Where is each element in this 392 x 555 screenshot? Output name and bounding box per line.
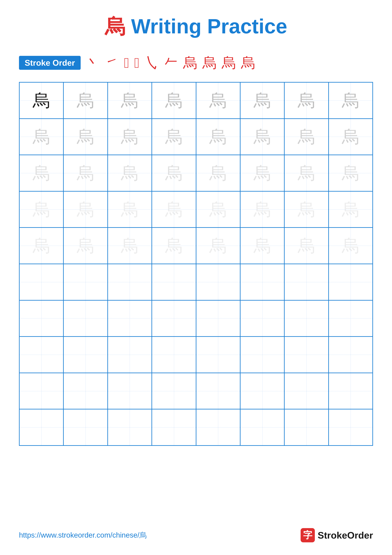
grid-cell[interactable]: 烏 — [108, 227, 152, 264]
grid-cell[interactable] — [240, 409, 284, 445]
grid-cell[interactable]: 烏 — [284, 227, 328, 264]
grid-cell[interactable]: 烏 — [284, 82, 328, 119]
grid-cell[interactable] — [196, 264, 240, 300]
practice-char: 烏 — [209, 92, 227, 109]
grid-cell[interactable] — [108, 409, 152, 445]
grid-cell[interactable]: 烏 — [196, 227, 240, 264]
grid-cell[interactable] — [108, 300, 152, 337]
grid-cell[interactable] — [64, 336, 107, 373]
grid-cell[interactable] — [328, 373, 373, 409]
grid-cell[interactable]: 烏 — [328, 227, 373, 264]
grid-cell[interactable]: 烏 — [19, 227, 64, 264]
grid-cell[interactable]: 烏 — [108, 82, 152, 119]
grid-cell[interactable] — [196, 336, 240, 373]
grid-cell[interactable]: 烏 — [328, 119, 373, 155]
practice-char: 烏 — [342, 92, 359, 109]
practice-char: 烏 — [209, 128, 227, 145]
practice-char: 烏 — [121, 201, 138, 218]
brand-icon-char: 字 — [303, 529, 312, 541]
practice-char: 烏 — [298, 237, 315, 254]
grid-cell[interactable] — [19, 300, 64, 337]
grid-cell[interactable]: 烏 — [284, 119, 328, 155]
grid-cell[interactable] — [108, 264, 152, 300]
grid-cell[interactable] — [64, 300, 107, 337]
grid-cell[interactable]: 烏 — [196, 82, 240, 119]
grid-cell[interactable] — [19, 373, 64, 409]
grid-cell[interactable] — [284, 300, 328, 337]
title-char: 烏 — [105, 15, 125, 38]
grid-cell[interactable] — [196, 373, 240, 409]
grid-cell[interactable]: 烏 — [19, 82, 64, 119]
grid-cell[interactable] — [64, 409, 107, 445]
grid-cell[interactable] — [196, 409, 240, 445]
grid-cell[interactable]: 烏 — [19, 119, 64, 155]
grid-cell[interactable] — [284, 409, 328, 445]
grid-cell[interactable]: 烏 — [240, 119, 284, 155]
grid-cell[interactable] — [19, 264, 64, 300]
grid-cell[interactable] — [64, 373, 107, 409]
grid-cell[interactable] — [328, 264, 373, 300]
grid-cell[interactable] — [19, 409, 64, 445]
grid-cell[interactable]: 烏 — [284, 191, 328, 228]
grid-cell[interactable]: 烏 — [64, 119, 107, 155]
grid-cell[interactable]: 烏 — [108, 155, 152, 191]
grid-cell[interactable]: 烏 — [19, 191, 64, 228]
grid-cell[interactable] — [328, 409, 373, 445]
grid-cell[interactable] — [152, 409, 196, 445]
grid-cell[interactable]: 烏 — [152, 191, 196, 228]
grid-cell[interactable]: 烏 — [152, 119, 196, 155]
practice-char: 烏 — [254, 237, 271, 254]
grid-cell[interactable] — [152, 373, 196, 409]
practice-char: 烏 — [165, 164, 183, 182]
grid-cell[interactable]: 烏 — [196, 155, 240, 191]
grid-cell[interactable] — [328, 300, 373, 337]
grid-cell[interactable] — [108, 373, 152, 409]
grid-cell[interactable]: 烏 — [152, 155, 196, 191]
practice-char: 烏 — [33, 164, 50, 182]
grid-cell[interactable] — [196, 300, 240, 337]
grid-cell[interactable]: 烏 — [328, 191, 373, 228]
grid-cell[interactable]: 烏 — [64, 155, 107, 191]
page-title: 烏 Writing Practice — [105, 15, 287, 38]
grid-cell[interactable] — [152, 300, 196, 337]
grid-cell[interactable] — [240, 336, 284, 373]
grid-cell[interactable] — [328, 336, 373, 373]
grid-cell[interactable]: 烏 — [284, 155, 328, 191]
grid-cell[interactable]: 烏 — [240, 227, 284, 264]
grid-cell[interactable]: 烏 — [19, 155, 64, 191]
practice-char: 烏 — [33, 201, 50, 218]
grid-cell[interactable] — [284, 373, 328, 409]
stroke-sequence: 丶 ㇀ 𠃌 𠃍 ㇂ 𠂉 烏 烏 烏 烏 — [86, 53, 258, 73]
grid-cell[interactable]: 烏 — [152, 82, 196, 119]
grid-cell[interactable]: 烏 — [328, 82, 373, 119]
stroke-6: 𠂉 — [164, 55, 181, 71]
title-area: 烏 Writing Practice — [19, 13, 373, 41]
practice-char: 烏 — [165, 201, 183, 218]
practice-char: 烏 — [254, 92, 271, 109]
grid-cell[interactable] — [64, 264, 107, 300]
grid-cell[interactable] — [152, 336, 196, 373]
grid-cell[interactable]: 烏 — [240, 191, 284, 228]
grid-cell[interactable]: 烏 — [328, 155, 373, 191]
grid-cell[interactable] — [240, 300, 284, 337]
grid-cell[interactable] — [284, 264, 328, 300]
grid-cell[interactable] — [152, 264, 196, 300]
grid-cell[interactable] — [284, 336, 328, 373]
grid-cell[interactable]: 烏 — [108, 119, 152, 155]
grid-cell[interactable]: 烏 — [240, 82, 284, 119]
grid-cell[interactable] — [19, 336, 64, 373]
grid-cell[interactable]: 烏 — [64, 82, 107, 119]
grid-cell[interactable] — [240, 373, 284, 409]
footer-url[interactable]: https://www.strokeorder.com/chinese/烏 — [19, 530, 147, 540]
practice-char: 烏 — [209, 201, 227, 218]
grid-cell[interactable]: 烏 — [196, 191, 240, 228]
grid-cell[interactable] — [108, 336, 152, 373]
grid-cell[interactable]: 烏 — [64, 227, 107, 264]
practice-char: 烏 — [298, 128, 315, 145]
grid-cell[interactable]: 烏 — [152, 227, 196, 264]
grid-cell[interactable]: 烏 — [108, 191, 152, 228]
grid-cell[interactable]: 烏 — [64, 191, 107, 228]
grid-cell[interactable]: 烏 — [240, 155, 284, 191]
grid-cell[interactable] — [240, 264, 284, 300]
grid-cell[interactable]: 烏 — [196, 119, 240, 155]
